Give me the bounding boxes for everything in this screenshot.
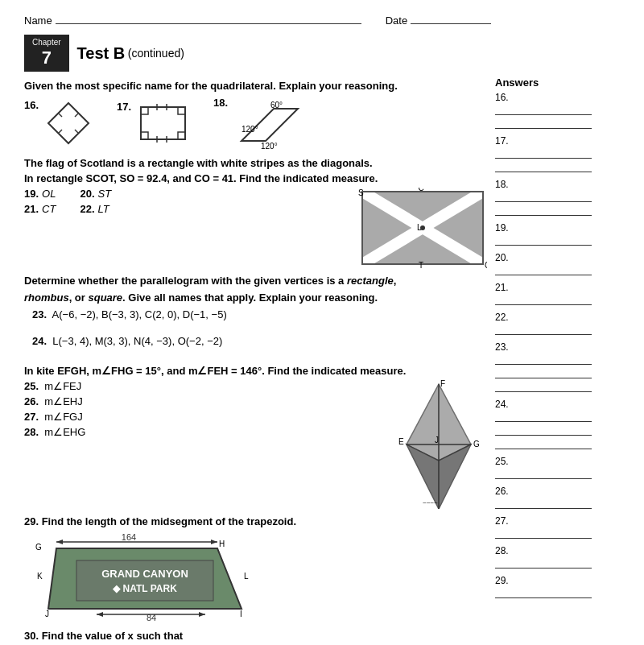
q17-item: 17. — [117, 101, 189, 145]
svg-text:C: C — [418, 188, 423, 192]
q20-num: 20. — [80, 188, 94, 200]
sq-row1: 19. OL 20. ST — [24, 188, 342, 200]
kite-row: 25. m∠FEJ 26. m∠EHJ 27. m∠FGJ 28. — [24, 380, 487, 509]
svg-text:120°: 120° — [261, 142, 278, 149]
q20-label: ST — [98, 188, 112, 200]
answer-24-num: 24. — [495, 399, 620, 410]
q18-item: 18. 60° 120° 120° — [213, 97, 306, 149]
q22-item: 22. LT — [80, 203, 109, 215]
answer-24-line3 — [495, 438, 592, 449]
svg-text:T: T — [419, 261, 423, 268]
scotland-flag-diagram: C T S O L — [358, 188, 487, 268]
answer-16-line1 — [495, 104, 592, 115]
svg-rect-39 — [76, 560, 213, 601]
test-title: Test B — [77, 44, 126, 63]
answer-25: 25. — [495, 456, 620, 479]
chapter-word: Chapter — [32, 38, 61, 48]
q17-shape — [137, 101, 189, 145]
answer-20-line — [495, 264, 592, 275]
answer-18-line2 — [495, 205, 592, 216]
answer-23: 23. — [495, 341, 620, 392]
answer-23-line3 — [495, 381, 592, 392]
q25-num: 25. — [24, 380, 39, 392]
q17-num: 17. — [117, 101, 133, 113]
svg-marker-51 — [199, 612, 205, 617]
svg-text:F: F — [440, 380, 445, 388]
svg-marker-50 — [97, 612, 103, 617]
chapter-badge: Chapter 7 — [24, 35, 69, 72]
q22-label: LT — [98, 203, 109, 215]
answer-29-line — [495, 587, 592, 598]
answer-28: 28. — [495, 545, 620, 569]
answer-21-line — [495, 294, 592, 305]
left-column: Given the most specific name for the qua… — [24, 76, 487, 642]
scotland-questions: 19. OL 20. ST 21. CT — [24, 188, 342, 218]
section2: The flag of Scotland is a rectangle with… — [24, 157, 487, 268]
scotland-line1: The flag of Scotland is a rectangle with… — [24, 157, 487, 169]
name-input-line — [56, 23, 361, 24]
svg-marker-0 — [48, 103, 89, 143]
answer-18: 18. — [495, 179, 620, 216]
svg-line-2 — [75, 114, 78, 117]
chapter-number: 7 — [32, 48, 61, 68]
q19-num: 19. — [24, 188, 39, 200]
answer-16-line2 — [495, 118, 592, 129]
svg-text:L: L — [244, 572, 249, 581]
q25-label: m∠FEJ — [44, 380, 81, 392]
answer-16: 16. — [495, 92, 620, 129]
q26-label: m∠EHJ — [44, 395, 82, 407]
answer-25-num: 25. — [495, 456, 620, 467]
para-line2: rhombus, or square. Give all names that … — [24, 291, 487, 304]
q28-num: 28. — [24, 426, 39, 438]
q23-item: 23. A(−6, −2), B(−3, 3), C(2, 0), D(−1, … — [32, 308, 487, 320]
answer-21: 21. — [495, 282, 620, 305]
svg-line-3 — [59, 130, 62, 133]
scotland-row: 19. OL 20. ST 21. CT — [24, 188, 487, 268]
svg-text:J: J — [45, 610, 49, 618]
svg-text:O: O — [485, 261, 487, 268]
svg-text:G: G — [35, 543, 42, 552]
svg-text:164: 164 — [122, 532, 136, 542]
q16-num: 16. — [24, 99, 40, 111]
q16-shape — [44, 99, 93, 147]
shapes-row: 16. 17. — [24, 97, 487, 149]
answer-29-num: 29. — [495, 575, 620, 586]
q23-num: 23. — [32, 308, 47, 320]
q19-label: OL — [42, 188, 56, 200]
answer-25-line — [495, 468, 592, 479]
svg-point-23 — [420, 225, 425, 230]
q25-item: 25. m∠FEJ — [24, 380, 342, 392]
answer-23-line2 — [495, 367, 592, 378]
q21-item: 21. CT — [24, 203, 56, 215]
q27-num: 27. — [24, 411, 39, 423]
answer-26: 26. — [495, 486, 620, 509]
svg-text:E: E — [398, 437, 404, 446]
svg-text:G: G — [473, 440, 480, 449]
q24-text: L(−3, 4), M(3, 3), N(4, −3), O(−2, −2) — [52, 335, 222, 347]
chapter-header: Chapter 7 Test B (continued) — [24, 35, 620, 72]
answer-24-line1 — [495, 411, 592, 422]
svg-text:K: K — [37, 572, 43, 581]
q28-label: m∠EHG — [44, 426, 85, 438]
svg-marker-48 — [56, 540, 63, 544]
answer-23-num: 23. — [495, 341, 620, 353]
name-label: Name — [24, 14, 52, 27]
answer-28-num: 28. — [495, 545, 620, 556]
name-date-row: Name Date — [24, 14, 620, 27]
q21-num: 21. — [24, 203, 39, 215]
answer-26-line — [495, 498, 592, 509]
q26-item: 26. m∠EHJ — [24, 395, 342, 407]
svg-text:H: H — [219, 540, 225, 548]
q24-num: 24. — [32, 335, 47, 347]
q16-item: 16. — [24, 99, 93, 147]
date-label: Date — [386, 14, 407, 27]
answer-28-line — [495, 557, 592, 569]
q19-item: 19. OL — [24, 188, 56, 200]
svg-line-1 — [59, 114, 62, 117]
svg-text:60°: 60° — [270, 101, 283, 110]
answer-16-num: 16. — [495, 92, 620, 103]
section4: In kite EFGH, m∠FHG = 15°, and m∠FEH = 1… — [24, 365, 487, 509]
answer-17-line2 — [495, 161, 592, 172]
answer-27-line — [495, 527, 592, 539]
svg-line-4 — [75, 130, 78, 133]
